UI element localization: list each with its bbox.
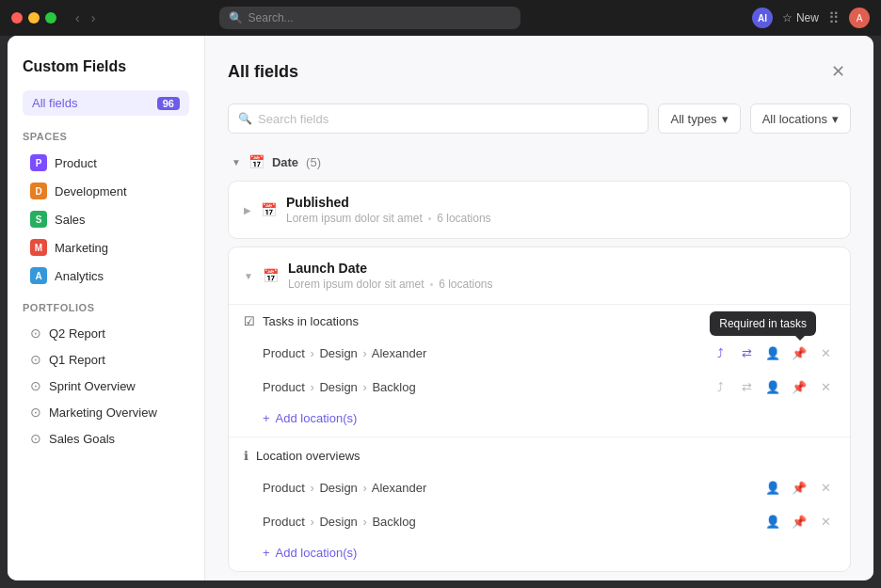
pin-icon[interactable]: 📌 [790,377,809,396]
marketing-icon: M [30,239,47,256]
add-location-overviews-button[interactable]: + Add location(s) [229,538,850,571]
pin-icon[interactable]: 📌 [790,512,809,531]
marketing-overview-label: Marketing Overview [49,405,157,420]
date-count: (5) [306,155,321,169]
portfolio-icon: ⊙ [30,352,41,367]
search-fields-input[interactable]: 🔍 Search fields [228,103,649,134]
field-info-launch-date: Launch Date Lorem ipsum dolor sit amet •… [288,261,835,291]
user-icon[interactable]: 👤 [763,512,782,531]
pin-icon[interactable]: 📌 [790,478,809,497]
sales-label: Sales [55,213,86,227]
calendar-field-icon: 📅 [263,268,279,283]
share-icon[interactable]: ⤴ [711,377,729,396]
new-button[interactable]: ☆ New [782,11,819,24]
sidebar-item-sales[interactable]: S Sales [23,206,189,232]
date-section-header[interactable]: ▼ 📅 Date (5) [228,149,851,175]
plus-icon: + [263,546,270,560]
portfolio-icon: ⊙ [30,405,41,420]
plus-icon: + [263,411,270,425]
field-name-published: Published [286,195,835,210]
sidebar-item-q1-report[interactable]: ⊙ Q1 Report [23,347,189,372]
nav-forward[interactable]: › [88,8,100,27]
sidebar-item-development[interactable]: D Development [23,178,189,204]
filter-bar: 🔍 Search fields All types ▾ All location… [228,103,851,134]
product-label: Product [55,156,97,170]
ai-badge[interactable]: AI [752,8,773,28]
location-row-backlog-overview: Product › Design › Backlog 👤 📌 ✕ [229,504,850,538]
analytics-label: Analytics [55,269,104,283]
add-location-tasks-button[interactable]: + Add location(s) [229,404,850,437]
date-label: Date [272,155,298,169]
location-overviews-label: Location overviews [256,449,360,463]
sidebar-item-product[interactable]: P Product [23,150,189,176]
window-controls [11,12,56,24]
all-fields-link[interactable]: All fields 96 [23,90,189,116]
field-desc-launch-date: Lorem ipsum dolor sit amet [288,278,424,291]
star-icon: ☆ [782,11,793,24]
minimize-window-btn[interactable] [28,12,40,24]
sprint-overview-label: Sprint Overview [49,379,136,393]
user-icon[interactable]: 👤 [763,377,782,396]
dot-separator: • [430,279,434,290]
top-right-controls: AI ☆ New ⠿ A [752,8,870,28]
marketing-label: Marketing [55,241,108,255]
sidebar-item-marketing-overview[interactable]: ⊙ Marketing Overview [23,400,189,424]
user-icon[interactable]: 👤 [763,343,782,362]
main-content: Custom Fields All fields 96 Spaces P Pro… [8,36,873,580]
remove-icon[interactable]: ✕ [816,377,835,396]
sidebar: Custom Fields All fields 96 Spaces P Pro… [8,36,205,580]
avatar[interactable]: A [849,8,870,28]
remove-icon[interactable]: ✕ [816,478,835,497]
expand-arrow-icon[interactable]: ▼ [244,271,253,281]
remove-icon[interactable]: ✕ [816,343,835,362]
q1-report-label: Q1 Report [49,353,105,367]
q2-report-label: Q2 Report [49,326,105,341]
info-icon: ℹ [244,449,248,463]
location-actions: 👤 📌 ✕ [763,478,835,497]
filter-locations-button[interactable]: All locations ▾ [750,103,851,134]
required-in-tasks-tooltip: Required in tasks [710,311,816,336]
link-icon[interactable]: ⇄ [737,343,756,362]
location-actions: ⤴ ⇄ 👤 📌 ✕ [711,377,835,396]
location-actions: Required in tasks ⤴ ⇄ 👤 📌 ✕ [711,343,835,362]
portfolio-icon: ⊙ [30,326,41,341]
chevron-down-icon: ▾ [722,112,729,126]
search-icon: 🔍 [229,11,243,24]
field-header-published: ▶ 📅 Published Lorem ipsum dolor sit amet… [229,182,850,238]
right-panel: All fields ✕ 🔍 Search fields All types ▾… [205,36,873,580]
link-icon[interactable]: ⇄ [737,377,756,396]
location-path: Product › Design › Alexander [263,481,760,495]
panel-title: All fields [228,62,298,82]
sidebar-item-sales-goals[interactable]: ⊙ Sales Goals [23,426,189,451]
field-expanded-launch-date: ☑ Tasks in locations Product › Design › … [229,304,850,571]
checkbox-icon: ☑ [244,314,255,328]
search-icon: 🔍 [238,112,252,125]
sidebar-item-marketing[interactable]: M Marketing [23,234,189,261]
chevron-down-icon: ▾ [832,112,839,126]
sidebar-item-q2-report[interactable]: ⊙ Q2 Report [23,321,189,345]
location-path: Product › Design › Alexander [263,346,707,360]
field-meta-published: Lorem ipsum dolor sit amet • 6 locations [286,212,835,225]
development-icon: D [30,183,47,199]
pin-icon[interactable]: 📌 [790,343,809,362]
nav-back[interactable]: ‹ [72,8,84,27]
user-icon[interactable]: 👤 [763,478,782,497]
location-path: Product › Design › Backlog [263,515,760,529]
maximize-window-btn[interactable] [45,12,56,24]
top-bar: ‹ › 🔍 Search... AI ☆ New ⠿ A [0,0,881,36]
remove-icon[interactable]: ✕ [816,512,835,531]
grid-icon[interactable]: ⠿ [828,9,840,27]
field-locations-launch-date: 6 locations [439,278,492,291]
all-fields-label: All fields [32,96,77,110]
top-search-bar[interactable]: 🔍 Search... [219,7,521,29]
share-icon[interactable]: ⤴ [711,343,729,362]
sidebar-item-analytics[interactable]: A Analytics [23,262,189,289]
close-panel-button[interactable]: ✕ [825,58,851,85]
expand-arrow-icon[interactable]: ▶ [244,205,251,215]
field-info-published: Published Lorem ipsum dolor sit amet • 6… [286,195,835,225]
all-fields-count: 96 [157,97,180,110]
filter-types-button[interactable]: All types ▾ [658,103,740,134]
sidebar-item-sprint-overview[interactable]: ⊙ Sprint Overview [23,373,189,398]
close-window-btn[interactable] [11,12,23,24]
analytics-icon: A [30,267,47,284]
